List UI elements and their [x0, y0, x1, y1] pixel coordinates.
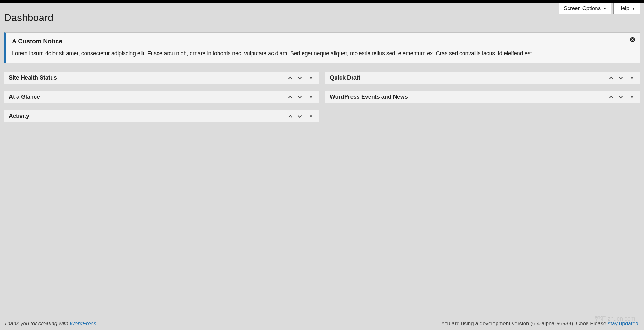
- chevron-down-icon: [618, 94, 624, 100]
- content-wrap: Dashboard A Custom Notice Lorem ipsum do…: [0, 3, 644, 141]
- widget-actions: ▼: [608, 94, 635, 100]
- widget-header[interactable]: Activity ▼: [4, 110, 319, 122]
- widget-actions: ▼: [287, 94, 314, 100]
- stay-updated-link[interactable]: stay updated: [608, 321, 638, 327]
- chevron-down-icon: [297, 113, 303, 119]
- move-up-button[interactable]: [287, 94, 293, 100]
- caret-down-icon: ▼: [603, 7, 607, 10]
- footer-version: You are using a development version (6.4…: [441, 321, 640, 327]
- admin-footer: Thank you for creating with WordPress. Y…: [0, 319, 644, 330]
- admin-bar: [0, 0, 644, 3]
- widget-actions: ▼: [287, 75, 314, 81]
- move-up-button[interactable]: [608, 94, 614, 100]
- toggle-widget-button[interactable]: ▼: [629, 76, 635, 80]
- chevron-up-icon: [287, 94, 293, 100]
- chevron-up-icon: [608, 94, 614, 100]
- screen-options-button[interactable]: Screen Options ▼: [559, 3, 611, 14]
- notice-title: A Custom Notice: [12, 38, 622, 45]
- chevron-down-icon: [297, 75, 303, 81]
- move-down-button[interactable]: [618, 75, 624, 81]
- widget-actions: ▼: [608, 75, 635, 81]
- notice-body: Lorem ipsum dolor sit amet, consectetur …: [12, 49, 622, 58]
- move-down-button[interactable]: [618, 94, 624, 100]
- widget-actions: ▼: [287, 113, 314, 119]
- widget-title: Site Health Status: [9, 74, 287, 81]
- move-up-button[interactable]: [608, 75, 614, 81]
- toggle-widget-button[interactable]: ▼: [308, 76, 314, 80]
- chevron-down-icon: [618, 75, 624, 81]
- widgets-column-right: Quick Draft ▼ WordPress Events and News …: [325, 72, 640, 122]
- screen-meta-links: Screen Options ▼ Help ▼: [559, 3, 640, 14]
- caret-down-icon: ▼: [632, 7, 635, 10]
- footer-version-suffix: .: [638, 321, 640, 327]
- chevron-down-icon: [297, 94, 303, 100]
- close-icon: [630, 37, 635, 42]
- dashboard-widgets: Site Health Status ▼ At a Glance ▼: [4, 72, 640, 122]
- wordpress-link[interactable]: WordPress: [70, 321, 96, 327]
- widget-header[interactable]: At a Glance ▼: [4, 91, 319, 103]
- chevron-up-icon: [608, 75, 614, 81]
- widget-title: WordPress Events and News: [330, 94, 608, 100]
- widgets-column-left: Site Health Status ▼ At a Glance ▼: [4, 72, 319, 122]
- widget-at-a-glance: At a Glance ▼: [4, 91, 319, 103]
- widget-header[interactable]: Quick Draft ▼: [325, 72, 640, 84]
- page-title: Dashboard: [4, 12, 640, 24]
- help-label: Help: [618, 5, 629, 12]
- footer-version-prefix: You are using a development version (6.4…: [441, 321, 608, 327]
- footer-thanks-suffix: .: [96, 321, 98, 327]
- move-up-button[interactable]: [287, 75, 293, 81]
- chevron-up-icon: [287, 75, 293, 81]
- toggle-widget-button[interactable]: ▼: [629, 95, 635, 99]
- move-down-button[interactable]: [297, 94, 303, 100]
- toggle-widget-button[interactable]: ▼: [308, 114, 314, 118]
- help-button[interactable]: Help ▼: [613, 3, 640, 14]
- widget-events-news: WordPress Events and News ▼: [325, 91, 640, 103]
- move-down-button[interactable]: [297, 113, 303, 119]
- toggle-widget-button[interactable]: ▼: [308, 95, 314, 99]
- widget-activity: Activity ▼: [4, 110, 319, 122]
- admin-notice: A Custom Notice Lorem ipsum dolor sit am…: [4, 32, 640, 63]
- widget-quick-draft: Quick Draft ▼: [325, 72, 640, 84]
- dismiss-notice-button[interactable]: [630, 37, 635, 42]
- widget-title: Quick Draft: [330, 74, 608, 81]
- widget-title: At a Glance: [9, 94, 287, 100]
- widget-header[interactable]: Site Health Status ▼: [4, 72, 319, 84]
- widget-site-health: Site Health Status ▼: [4, 72, 319, 84]
- screen-options-label: Screen Options: [564, 5, 601, 12]
- widget-title: Activity: [9, 113, 287, 119]
- footer-thanks-prefix: Thank you for creating with: [4, 321, 70, 327]
- widget-header[interactable]: WordPress Events and News ▼: [325, 91, 640, 103]
- footer-thanks: Thank you for creating with WordPress.: [4, 321, 98, 327]
- chevron-up-icon: [287, 113, 293, 119]
- move-down-button[interactable]: [297, 75, 303, 81]
- move-up-button[interactable]: [287, 113, 293, 119]
